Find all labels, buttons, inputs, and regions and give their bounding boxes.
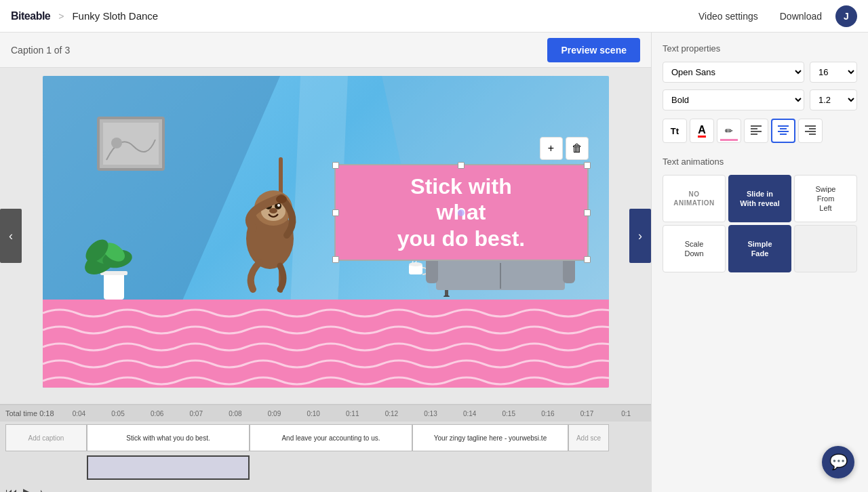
add-text-button[interactable]: + bbox=[540, 137, 563, 160]
font-style-select[interactable]: Bold Regular Italic bbox=[663, 89, 804, 110]
sloth-character bbox=[233, 157, 328, 293]
picture-art bbox=[100, 119, 162, 168]
anim-swipe-label: SwipeFromLeft bbox=[816, 184, 836, 213]
align-center-button[interactable] bbox=[771, 119, 795, 143]
svg-point-22 bbox=[276, 195, 287, 203]
svg-rect-7 bbox=[100, 271, 127, 275]
anim-slide-reveal-label: Slide inWith reveal bbox=[740, 189, 780, 209]
handle-tr bbox=[584, 162, 591, 169]
style-controls: Bold Regular Italic 1.2 1.5 2.0 bbox=[663, 89, 857, 110]
sloth-svg bbox=[233, 157, 328, 293]
header: Biteable > Funky Sloth Dance Video setti… bbox=[0, 0, 868, 33]
clip-1-label: Stick with what you do best. bbox=[123, 434, 212, 442]
timeline: Total time 0:18 0:04 0:05 0:06 0:07 0:08… bbox=[0, 404, 651, 492]
clip-2-label: And leave your accounting to us. bbox=[279, 434, 382, 442]
svg-point-20 bbox=[277, 204, 280, 207]
timeline-marks: 0:04 0:05 0:06 0:07 0:08 0:09 0:10 0:11 … bbox=[60, 410, 646, 417]
handle-mr bbox=[584, 209, 591, 216]
floor-svg bbox=[43, 300, 609, 388]
left-arrow-icon: ‹ bbox=[9, 229, 13, 243]
picture-frame bbox=[97, 117, 165, 171]
anim-swipe-from-left[interactable]: SwipeFromLeft bbox=[794, 175, 857, 222]
caption-bar: Caption 1 of 3 Preview scene bbox=[0, 33, 651, 68]
right-arrow-icon: › bbox=[638, 229, 642, 243]
clip-text-2[interactable]: And leave your accounting to us. bbox=[250, 424, 412, 451]
svg-rect-42 bbox=[780, 134, 787, 135]
mark-3: 0:07 bbox=[176, 410, 216, 417]
align-left-button[interactable] bbox=[744, 119, 768, 143]
logo: Biteable bbox=[11, 10, 50, 22]
track2-spacer bbox=[5, 455, 87, 483]
highlight-icon: ✏ bbox=[725, 125, 733, 136]
svg-rect-6 bbox=[104, 272, 124, 300]
animation-grid: NOANIMATION Slide inWith reveal SwipeFro… bbox=[663, 175, 857, 272]
svg-rect-39 bbox=[778, 125, 789, 127]
align-left-icon bbox=[751, 125, 762, 137]
anim-no-animation[interactable]: NOANIMATION bbox=[663, 175, 726, 222]
text-selection-box[interactable]: Stick with what you do best. bbox=[334, 164, 589, 261]
caption-text: Caption 1 of 3 bbox=[11, 45, 547, 56]
tt-icon: Tt bbox=[671, 126, 679, 136]
clip-text-3[interactable]: Your zingy tagline here - yourwebsi.te bbox=[412, 424, 568, 451]
mark-7: 0:11 bbox=[333, 410, 372, 417]
plant-svg bbox=[83, 218, 144, 300]
mark-0: 0:04 bbox=[60, 410, 99, 417]
avatar: J bbox=[835, 5, 857, 27]
prev-scene-button[interactable]: ‹ bbox=[0, 209, 22, 263]
clip-3-label: Your zingy tagline here - yourwebsi.te bbox=[431, 434, 549, 442]
line-height-select[interactable]: 1.2 1.5 2.0 bbox=[810, 89, 857, 110]
skip-back-button[interactable]: ⏮ bbox=[5, 486, 18, 493]
align-right-button[interactable] bbox=[798, 119, 823, 143]
chat-icon: 💬 bbox=[829, 453, 848, 471]
anim-simple-fade[interactable]: SimpleFade bbox=[728, 225, 791, 272]
timeline-header: Total time 0:18 0:04 0:05 0:06 0:07 0:08… bbox=[0, 405, 651, 422]
handle-tl bbox=[332, 162, 339, 169]
clip-add-scene[interactable]: Add sce bbox=[568, 424, 609, 451]
preview-scene-button[interactable]: Preview scene bbox=[547, 38, 640, 62]
track2-clip-selected[interactable] bbox=[87, 455, 250, 480]
align-right-icon bbox=[805, 125, 816, 137]
music-icon: ♪ bbox=[38, 487, 43, 492]
mark-1: 0:05 bbox=[98, 410, 138, 417]
clip-add-caption[interactable]: Add caption bbox=[5, 424, 87, 451]
anim-slide-in-with-reveal[interactable]: Slide inWith reveal bbox=[728, 175, 791, 222]
video-settings-button[interactable]: Video settings bbox=[690, 7, 766, 26]
svg-point-21 bbox=[269, 208, 277, 213]
text-color-button[interactable]: A bbox=[690, 119, 714, 143]
delete-text-button[interactable]: 🗑 bbox=[566, 137, 589, 160]
handle-br bbox=[584, 256, 591, 263]
timeline-controls: ⏮ ▶ ♪ bbox=[0, 483, 651, 492]
mark-11: 0:15 bbox=[489, 410, 528, 417]
play-button[interactable]: ▶ bbox=[23, 485, 33, 492]
center-handle bbox=[458, 209, 465, 216]
svg-rect-45 bbox=[805, 131, 816, 132]
mark-12: 0:16 bbox=[528, 410, 568, 417]
svg-rect-40 bbox=[780, 128, 787, 129]
next-scene-button[interactable]: › bbox=[629, 209, 651, 263]
svg-rect-36 bbox=[751, 128, 757, 129]
track2-rest bbox=[250, 455, 646, 483]
a-color-icon: A bbox=[698, 125, 706, 138]
font-size-select[interactable]: 16 18 24 bbox=[810, 62, 857, 83]
breadcrumb-sep: > bbox=[58, 11, 64, 22]
handle-bl bbox=[332, 256, 339, 263]
svg-rect-44 bbox=[809, 128, 816, 129]
clip-text-1[interactable]: Stick with what you do best. bbox=[87, 424, 250, 451]
handle-tm bbox=[458, 162, 465, 169]
left-panel: Caption 1 of 3 Preview scene ‹ bbox=[0, 33, 651, 492]
chat-button[interactable]: 💬 bbox=[822, 446, 854, 478]
text-transform-button[interactable]: Tt bbox=[663, 119, 687, 143]
text-line-3: you do best. bbox=[349, 226, 574, 251]
align-center-icon bbox=[778, 125, 789, 137]
download-button[interactable]: Download bbox=[772, 7, 830, 26]
total-time: Total time 0:18 bbox=[5, 409, 54, 417]
highlight-button[interactable]: ✏ bbox=[717, 119, 741, 143]
mark-8: 0:12 bbox=[372, 410, 412, 417]
anim-scale-down[interactable]: ScaleDown bbox=[663, 225, 726, 272]
right-panel: Text properties Open Sans Arial 16 18 24… bbox=[651, 33, 868, 492]
font-family-select[interactable]: Open Sans Arial bbox=[663, 62, 804, 83]
scene-canvas: + 🗑 bbox=[43, 76, 609, 388]
text-overlay[interactable]: + 🗑 bbox=[334, 164, 589, 261]
mark-9: 0:13 bbox=[411, 410, 450, 417]
highlight-color-bar bbox=[720, 139, 738, 141]
